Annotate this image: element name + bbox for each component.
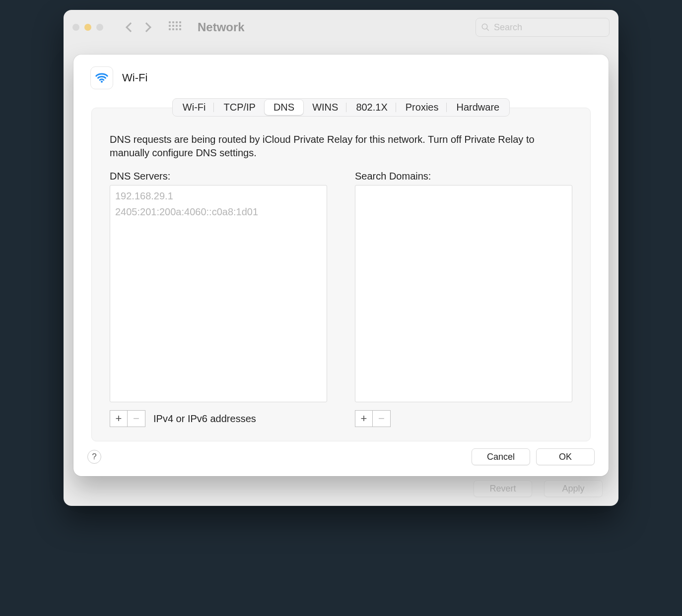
ok-button[interactable]: OK	[536, 448, 595, 465]
dns-panel: DNS requests are being routed by iCloud …	[91, 108, 591, 441]
dns-servers-list[interactable]: 192.168.29.12405:201:200a:4060::c0a8:1d0…	[110, 185, 327, 402]
sheet-header: Wi-Fi	[73, 55, 609, 93]
show-all-grid-icon[interactable]	[169, 21, 181, 33]
traffic-lights	[72, 24, 103, 31]
tab-tcp-ip[interactable]: TCP/IP	[214, 100, 264, 115]
dns-servers-column: DNS Servers: 192.168.29.12405:201:200a:4…	[110, 171, 327, 427]
back-chevron-icon[interactable]	[126, 22, 136, 32]
tab-proxies[interactable]: Proxies	[397, 100, 448, 115]
add-dns-server-button[interactable]: +	[110, 410, 128, 427]
search-field[interactable]: Search	[476, 18, 610, 37]
titlebar: Network Search	[64, 10, 618, 45]
window-footer: Revert Apply	[468, 480, 603, 497]
dns-server-entry[interactable]: 192.168.29.1	[115, 188, 322, 204]
minimize-window-button[interactable]	[84, 24, 91, 31]
private-relay-notice: DNS requests are being routed by iCloud …	[110, 133, 572, 160]
svg-point-2	[101, 81, 103, 83]
sheet-title: Wi-Fi	[122, 71, 147, 84]
search-domains-stepper: + −	[355, 410, 391, 427]
dns-servers-stepper: + −	[110, 410, 145, 427]
search-domains-column: Search Domains: + −	[355, 171, 572, 427]
tabs: Wi-FiTCP/IPDNSWINS802.1XProxiesHardware	[172, 98, 510, 117]
tab-dns[interactable]: DNS	[265, 100, 303, 115]
dns-servers-label: DNS Servers:	[110, 171, 327, 182]
window-title: Network	[198, 20, 245, 34]
add-search-domain-button[interactable]: +	[355, 410, 373, 427]
cancel-button[interactable]: Cancel	[472, 448, 530, 465]
search-placeholder: Search	[494, 22, 522, 33]
remove-search-domain-button[interactable]: −	[373, 410, 391, 427]
search-domains-label: Search Domains:	[355, 171, 572, 182]
svg-line-1	[486, 28, 489, 31]
tab-wi-fi[interactable]: Wi-Fi	[174, 100, 215, 115]
forward-chevron-icon[interactable]	[141, 22, 151, 32]
sheet-footer: ? Cancel OK	[73, 441, 609, 476]
wifi-icon	[90, 66, 113, 89]
search-icon	[481, 23, 490, 32]
wifi-settings-sheet: Wi-Fi Wi-FiTCP/IPDNSWINS802.1XProxiesHar…	[73, 55, 609, 476]
close-window-button[interactable]	[72, 24, 79, 31]
dns-server-entry[interactable]: 2405:201:200a:4060::c0a8:1d01	[115, 204, 322, 220]
revert-button[interactable]: Revert	[474, 480, 532, 497]
svg-point-0	[482, 24, 487, 29]
dns-servers-hint: IPv4 or IPv6 addresses	[153, 413, 256, 425]
tab-hardware[interactable]: Hardware	[447, 100, 508, 115]
help-button[interactable]: ?	[87, 450, 101, 464]
nav-buttons	[127, 24, 150, 31]
zoom-window-button[interactable]	[96, 24, 103, 31]
search-domains-list[interactable]	[355, 185, 572, 402]
remove-dns-server-button[interactable]: −	[128, 410, 145, 427]
apply-button[interactable]: Apply	[544, 480, 603, 497]
tab-wins[interactable]: WINS	[303, 100, 347, 115]
tab-802-1x[interactable]: 802.1X	[347, 100, 396, 115]
network-preferences-window: Network Search Revert Apply Wi-Fi Wi-FiT…	[64, 10, 618, 506]
